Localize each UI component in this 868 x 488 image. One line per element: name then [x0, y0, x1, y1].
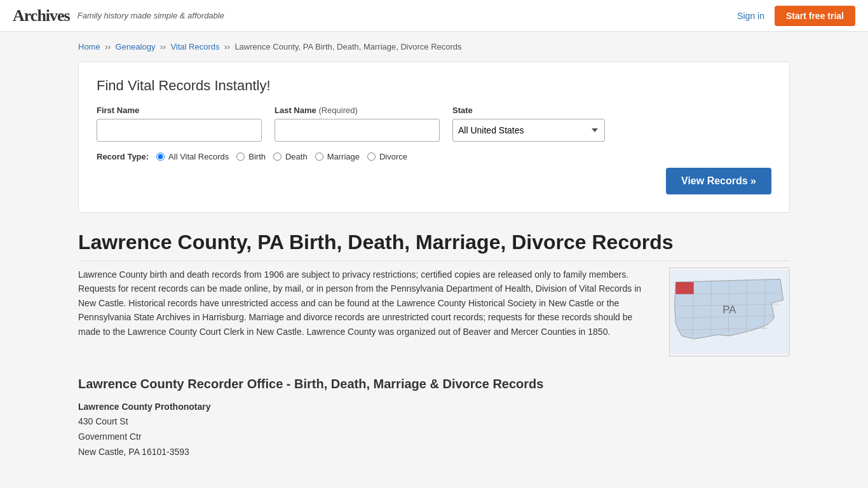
radio-all-vital-label: All Vital Records: [168, 152, 229, 161]
logo: Archives: [13, 6, 70, 25]
page-description: Lawrence County birth and death records …: [78, 268, 656, 356]
radio-death-label: Death: [285, 152, 308, 161]
start-trial-button[interactable]: Start free trial: [775, 6, 855, 26]
record-type-label: Record Type:: [97, 152, 149, 161]
radio-birth[interactable]: Birth: [236, 152, 266, 161]
breadcrumb-separator-3: ››: [224, 42, 232, 51]
breadcrumb-vital-records[interactable]: Vital Records: [170, 42, 219, 51]
first-name-label: First Name: [97, 105, 262, 115]
page-title: Lawrence County, PA Birth, Death, Marria…: [78, 231, 790, 261]
breadcrumb-current: Lawrence County, PA Birth, Death, Marria…: [234, 42, 461, 51]
radio-divorce-label: Divorce: [379, 152, 407, 161]
radio-birth-input[interactable]: [236, 152, 245, 161]
office-name: Lawrence County Prothonotary: [78, 402, 790, 412]
breadcrumb: Home ›› Genealogy ›› Vital Records ›› La…: [78, 42, 790, 51]
breadcrumb-separator-2: ››: [160, 42, 168, 51]
last-name-input[interactable]: [275, 119, 440, 142]
last-name-label: Last Name (Required): [275, 105, 440, 115]
content-section: Lawrence County birth and death records …: [78, 268, 790, 356]
radio-marriage-input[interactable]: [315, 152, 323, 161]
radio-marriage-label: Marriage: [327, 152, 360, 161]
radio-birth-label: Birth: [248, 152, 266, 161]
first-name-group: First Name: [97, 105, 262, 142]
office-address: 430 Court St Government Ctr New Castle, …: [78, 414, 790, 459]
radio-death[interactable]: Death: [273, 152, 308, 161]
header-left: Archives Family history made simple & af…: [13, 6, 224, 25]
address-line-2: Government Ctr: [78, 430, 790, 445]
radio-marriage[interactable]: Marriage: [315, 152, 360, 161]
view-records-button[interactable]: View Records »: [666, 168, 771, 194]
search-title: Find Vital Records Instantly!: [97, 78, 771, 94]
state-group: State All United States: [452, 105, 605, 142]
header: Archives Family history made simple & af…: [0, 0, 868, 32]
radio-all-vital-input[interactable]: [156, 152, 165, 161]
recorder-section-title: Lawrence County Recorder Office - Birth,…: [78, 377, 790, 391]
recorder-section: Lawrence County Recorder Office - Birth,…: [78, 377, 790, 459]
radio-death-input[interactable]: [273, 152, 281, 161]
radio-all-vital[interactable]: All Vital Records: [156, 152, 229, 161]
address-line-3: New Castle, PA 16101-3593: [78, 445, 790, 460]
header-right: Sign in Start free trial: [737, 6, 855, 26]
main-content: Home ›› Genealogy ›› Vital Records ›› La…: [65, 32, 803, 470]
sign-in-link[interactable]: Sign in: [737, 11, 764, 21]
radio-divorce[interactable]: Divorce: [367, 152, 407, 161]
breadcrumb-home[interactable]: Home: [78, 42, 100, 51]
view-records-row: View Records »: [97, 168, 771, 194]
map-image: PA: [669, 268, 790, 356]
pa-map: PA: [669, 268, 790, 356]
breadcrumb-genealogy[interactable]: Genealogy: [116, 42, 156, 51]
state-label: State: [452, 105, 605, 115]
form-row: First Name Last Name (Required) State Al…: [97, 105, 771, 142]
first-name-input[interactable]: [97, 119, 262, 142]
last-name-group: Last Name (Required): [275, 105, 440, 142]
breadcrumb-separator-1: ››: [105, 42, 112, 51]
radio-divorce-input[interactable]: [367, 152, 376, 161]
svg-text:PA: PA: [722, 304, 736, 316]
search-box: Find Vital Records Instantly! First Name…: [78, 62, 790, 213]
pa-map-svg: PA: [670, 268, 789, 356]
address-line-1: 430 Court St: [78, 414, 790, 430]
svg-rect-11: [675, 282, 693, 294]
record-type-row: Record Type: All Vital Records Birth Dea…: [97, 152, 771, 161]
logo-tagline: Family history made simple & affordable: [78, 11, 224, 20]
state-select[interactable]: All United States: [452, 119, 605, 142]
